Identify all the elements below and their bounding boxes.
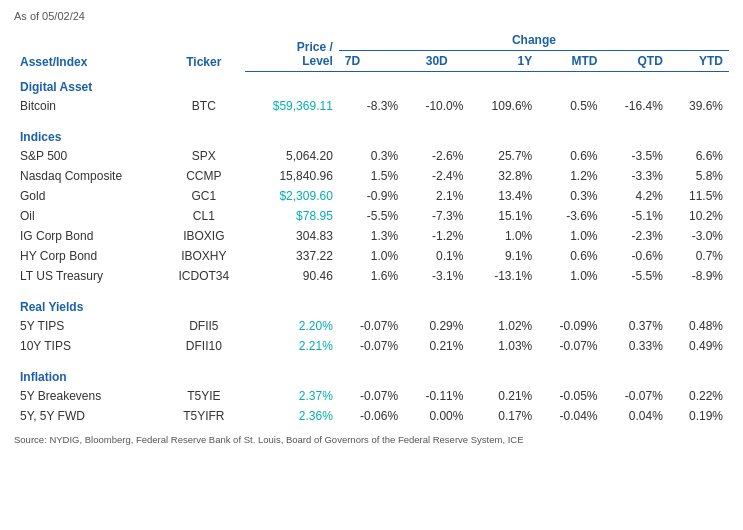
asset-name: Nasdaq Composite [14, 166, 163, 186]
data-cell: -0.07% [538, 336, 603, 356]
data-cell: 0.29% [404, 316, 469, 336]
ticker-val: IBOXIG [163, 226, 245, 246]
data-cell: -3.5% [604, 146, 669, 166]
data-cell: -3.1% [404, 266, 469, 286]
data-cell: -0.07% [339, 316, 404, 336]
data-cell: 0.7% [669, 246, 729, 266]
data-cell: 1.5% [339, 166, 404, 186]
asset-name: HY Corp Bond [14, 246, 163, 266]
ticker-val: ICDOT34 [163, 266, 245, 286]
section-header-digital-asset: Digital Asset [14, 72, 729, 97]
data-cell: 25.7% [469, 146, 538, 166]
data-cell: -8.9% [669, 266, 729, 286]
data-cell: 0.19% [669, 406, 729, 426]
data-cell: 2.37% [245, 386, 339, 406]
ticker-val: CCMP [163, 166, 245, 186]
data-cell: 304.83 [245, 226, 339, 246]
table-row: HY Corp BondIBOXHY337.221.0%0.1%9.1%0.6%… [14, 246, 729, 266]
ticker-val: DFII5 [163, 316, 245, 336]
table-row: 5Y TIPSDFII52.20%-0.07%0.29%1.02%-0.09%0… [14, 316, 729, 336]
asset-name: IG Corp Bond [14, 226, 163, 246]
data-cell: 0.04% [604, 406, 669, 426]
data-cell: 1.03% [469, 336, 538, 356]
data-cell: 1.3% [339, 226, 404, 246]
data-cell: -0.09% [538, 316, 603, 336]
table-row: Nasdaq CompositeCCMP15,840.961.5%-2.4%32… [14, 166, 729, 186]
col-qtd: QTD [604, 51, 669, 72]
data-cell: 5.8% [669, 166, 729, 186]
data-cell: 15.1% [469, 206, 538, 226]
asset-name: Gold [14, 186, 163, 206]
data-cell: $78.95 [245, 206, 339, 226]
data-cell: 2.1% [404, 186, 469, 206]
data-cell: 9.1% [469, 246, 538, 266]
data-cell: -10.0% [404, 96, 469, 116]
data-cell: -0.07% [339, 336, 404, 356]
as-of-date: As of 05/02/24 [14, 10, 729, 22]
data-cell: -13.1% [469, 266, 538, 286]
data-cell: -5.5% [339, 206, 404, 226]
data-cell: 11.5% [669, 186, 729, 206]
data-cell: 1.0% [339, 246, 404, 266]
ticker-val: GC1 [163, 186, 245, 206]
data-cell: 2.36% [245, 406, 339, 426]
data-cell: 1.02% [469, 316, 538, 336]
col-mtd: MTD [538, 51, 603, 72]
data-cell: 5,064.20 [245, 146, 339, 166]
table-row: IG Corp BondIBOXIG304.831.3%-1.2%1.0%1.0… [14, 226, 729, 246]
data-cell: -0.05% [538, 386, 603, 406]
data-cell: -8.3% [339, 96, 404, 116]
ticker-val: SPX [163, 146, 245, 166]
market-data-table: Asset/Index Ticker Price / Level Change … [14, 30, 729, 426]
table-row: 5Y BreakevensT5YIE2.37%-0.07%-0.11%0.21%… [14, 386, 729, 406]
data-cell: -16.4% [604, 96, 669, 116]
ticker-val: DFII10 [163, 336, 245, 356]
data-cell: -0.6% [604, 246, 669, 266]
ticker-val: CL1 [163, 206, 245, 226]
data-cell: 337.22 [245, 246, 339, 266]
data-cell: 109.6% [469, 96, 538, 116]
data-cell: -7.3% [404, 206, 469, 226]
data-cell: -2.4% [404, 166, 469, 186]
data-cell: 0.33% [604, 336, 669, 356]
data-cell: 0.21% [404, 336, 469, 356]
col-asset: Asset/Index [14, 30, 163, 72]
col-ytd: YTD [669, 51, 729, 72]
asset-name: Oil [14, 206, 163, 226]
asset-name: Bitcoin [14, 96, 163, 116]
source-note: Source: NYDIG, Bloomberg, Federal Reserv… [14, 434, 729, 445]
table-row: 5Y, 5Y FWDT5YIFR2.36%-0.06%0.00%0.17%-0.… [14, 406, 729, 426]
asset-name: 5Y TIPS [14, 316, 163, 336]
data-cell: -3.3% [604, 166, 669, 186]
section-header-indices: Indices [14, 122, 729, 146]
table-row: 10Y TIPSDFII102.21%-0.07%0.21%1.03%-0.07… [14, 336, 729, 356]
data-cell: 0.1% [404, 246, 469, 266]
col-ticker: Ticker [163, 30, 245, 72]
data-cell: 6.6% [669, 146, 729, 166]
col-30d: 30D [404, 51, 469, 72]
data-cell: 0.17% [469, 406, 538, 426]
data-cell: 0.49% [669, 336, 729, 356]
data-cell: -3.6% [538, 206, 603, 226]
data-cell: -0.06% [339, 406, 404, 426]
data-cell: -3.0% [669, 226, 729, 246]
data-cell: $2,309.60 [245, 186, 339, 206]
header-row-1: Asset/Index Ticker Price / Level Change [14, 30, 729, 51]
data-cell: 10.2% [669, 206, 729, 226]
asset-name: 10Y TIPS [14, 336, 163, 356]
data-cell: 1.0% [538, 226, 603, 246]
data-cell: -5.5% [604, 266, 669, 286]
data-cell: 0.48% [669, 316, 729, 336]
data-cell: 0.6% [538, 146, 603, 166]
asset-name: 5Y Breakevens [14, 386, 163, 406]
asset-name: S&P 500 [14, 146, 163, 166]
data-cell: 15,840.96 [245, 166, 339, 186]
data-cell: 90.46 [245, 266, 339, 286]
data-cell: 0.3% [538, 186, 603, 206]
data-cell: -1.2% [404, 226, 469, 246]
data-cell: -0.04% [538, 406, 603, 426]
section-header-inflation: Inflation [14, 362, 729, 386]
data-cell: 0.00% [404, 406, 469, 426]
data-cell: 2.20% [245, 316, 339, 336]
data-cell: -0.07% [339, 386, 404, 406]
